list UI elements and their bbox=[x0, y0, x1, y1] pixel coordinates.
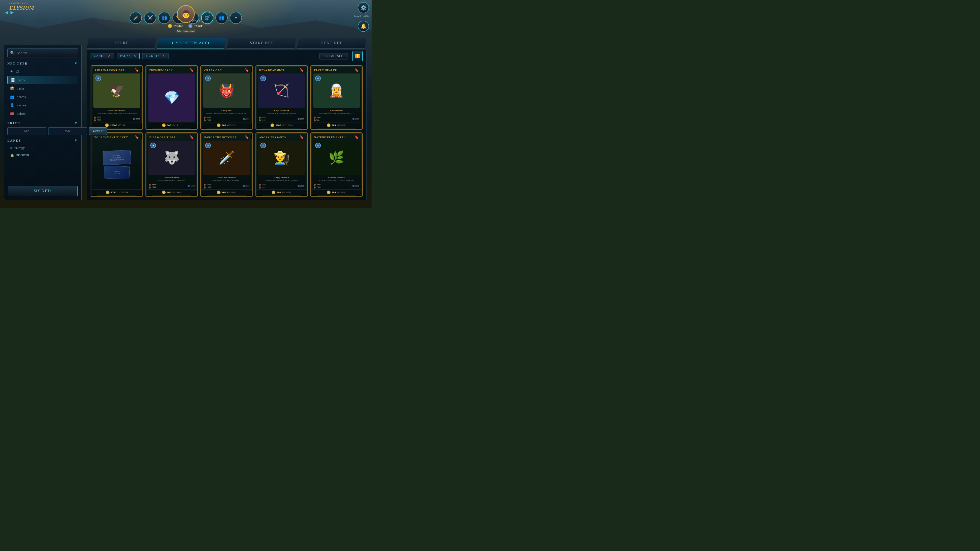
price-usd: ($426.08) bbox=[282, 191, 291, 194]
card-info: Elven Healer At the start of your turn: … bbox=[312, 108, 361, 116]
price-usd: ($426.08) bbox=[172, 191, 181, 194]
land-entropy[interactable]: ∞ entropy bbox=[7, 144, 78, 151]
card-title: Angry Peasants bbox=[259, 176, 304, 179]
card-inner: PREMIUM PACK 🔖 💎 900 ($426.11) bbox=[147, 67, 196, 128]
filter-boards[interactable]: 👥 boards bbox=[7, 93, 78, 101]
scroll-down-button[interactable]: ⏬ bbox=[352, 51, 363, 61]
cards-icon: 🃏 bbox=[11, 78, 15, 82]
chip-tickets-close[interactable]: ✕ bbox=[162, 54, 165, 58]
my-nfts-button[interactable]: MY NFTs bbox=[8, 186, 78, 196]
filter-packs[interactable]: 📦 packs bbox=[7, 84, 78, 92]
card-name: ANGRY PEASANTS bbox=[259, 136, 286, 139]
price-coin-icon bbox=[327, 191, 331, 194]
card-name: PREMIUM PACK bbox=[149, 69, 173, 72]
card-header: ASHA FALCONRIDER 🔖 bbox=[92, 67, 141, 73]
card-price-row: 900 ($426.08) bbox=[312, 122, 361, 128]
price-value: 900 bbox=[332, 124, 336, 127]
search-icon: 🔍 bbox=[10, 51, 14, 55]
card-header: BAROS THE BUTCHER 🔖 bbox=[202, 134, 251, 140]
card-header: ELVEN HEALER 🔖 bbox=[312, 67, 361, 73]
filter-chips-bar: CARDS ✕ PACKS ✕ TICKETS ✕ CLEAR ALL ⏬ bbox=[87, 50, 366, 62]
land-mountain[interactable]: ⛰️ mountain bbox=[7, 151, 78, 158]
price-value: 900 bbox=[167, 191, 171, 194]
price-coin-icon bbox=[272, 191, 275, 194]
card-5[interactable]: TOURNAMENT TICKET 🔖 Legendsof ElysiumTOU… bbox=[91, 132, 143, 197]
search-input[interactable] bbox=[17, 51, 75, 55]
filter-all[interactable]: ★ all bbox=[7, 68, 78, 76]
card-image: Legendsof ElysiumTOURNAMENT BATTLETICKET bbox=[94, 141, 140, 189]
card-name: DIREWOLF RIDER bbox=[149, 136, 176, 139]
tab-rent[interactable]: RENT NFT bbox=[297, 38, 367, 48]
price-usd: ($1712.63) bbox=[282, 124, 293, 127]
card-9[interactable]: NATURE ELEMENTAL 🔖 4 🌿 Nature Elemental … bbox=[310, 132, 363, 197]
chip-cards-close[interactable]: ✕ bbox=[108, 54, 111, 58]
filter-cards[interactable]: 🃏 cards bbox=[7, 76, 78, 84]
coin-icon bbox=[168, 24, 172, 28]
card-title: Asha Falconrider bbox=[94, 109, 140, 112]
card-4[interactable]: ELVEN HEALER 🔖 4 🧝 Elven Healer At the s… bbox=[310, 65, 363, 130]
nav-icons: 🗡️ ⚔️ 👥 🏆 👨 192348 523481 STORE M bbox=[130, 12, 242, 24]
card-0[interactable]: ASHA FALCONRIDER 🔖 6 🦅 Asha Falconrider … bbox=[91, 65, 143, 130]
card-3[interactable]: KEYA DEADSHOT 🔖 7 🏹 Keya Deadshot When p… bbox=[256, 65, 308, 130]
nav-people-icon[interactable]: 👥 bbox=[215, 12, 228, 24]
card-header: PREMIUM PACK 🔖 bbox=[147, 67, 196, 73]
card-7[interactable]: BAROS THE BUTCHER 🔖 5 🗡️ Baros the Butch… bbox=[200, 132, 253, 197]
logo-arrows: ◄► bbox=[4, 9, 15, 16]
price-coin-icon bbox=[106, 191, 110, 194]
filter-tickets[interactable]: 🎟️ tickets bbox=[7, 110, 78, 118]
price-title[interactable]: PRICE ▼ bbox=[7, 121, 78, 125]
max-price-input[interactable] bbox=[48, 127, 87, 135]
card-2[interactable]: CRAZY ORC 🔖 3 👹 Crazy Orc Ranged. When p… bbox=[200, 65, 253, 130]
lands-title[interactable]: LANDS ▼ bbox=[7, 138, 78, 143]
apply-button[interactable]: APPLY bbox=[89, 127, 107, 135]
card-inner: DIREWOLF RIDER 🔖 4 🐺 Direwolf Rider Can … bbox=[147, 134, 196, 195]
lands-section: LANDS ▼ ∞ entropy ⛰️ mountain bbox=[7, 138, 78, 158]
filter-avatars[interactable]: 👤 avatars bbox=[7, 101, 78, 109]
card-info: Keya Deadshot When played: kill 2 random… bbox=[257, 108, 306, 116]
store-label: STORE bbox=[191, 20, 201, 23]
card-image: 4 🌿 bbox=[313, 141, 360, 175]
card-inner: NATURE ELEMENTAL 🔖 4 🌿 Nature Elemental … bbox=[312, 134, 361, 195]
card-name: ELVEN HEALER bbox=[314, 69, 337, 72]
nft-type-title[interactable]: NFT TYPE ▼ bbox=[7, 62, 78, 65]
card-inner: ELVEN HEALER 🔖 4 🧝 Elven Healer At the s… bbox=[312, 67, 361, 128]
card-desc: Reduce attack of all adjacent units by 1… bbox=[204, 179, 249, 182]
price-coin-icon bbox=[217, 124, 221, 127]
currency-bar: 192348 523481 STORE bbox=[168, 24, 204, 28]
card-number: 6 bbox=[95, 76, 101, 81]
card-title: Direwolf Rider bbox=[149, 176, 194, 179]
price-value: 3200 bbox=[111, 191, 116, 194]
card-1[interactable]: PREMIUM PACK 🔖 💎 900 ($426.11) bbox=[145, 65, 198, 130]
card-number: 4 bbox=[315, 143, 321, 148]
chevron-down-icon: ▼ bbox=[74, 62, 78, 65]
card-stats: 1000 500 2000 bbox=[257, 183, 306, 189]
nav-fleur-icon[interactable]: ✦ bbox=[230, 12, 242, 24]
diamond-right-icon: ♦ bbox=[207, 41, 210, 45]
chip-cards: CARDS ✕ bbox=[91, 53, 114, 59]
price-value: 900 bbox=[167, 124, 171, 127]
tab-stake[interactable]: STAKE NFT bbox=[227, 38, 297, 48]
price-value: 800 bbox=[222, 124, 226, 127]
card-price-row: 3200 ($1712.63) bbox=[257, 122, 306, 128]
card-number: 4 bbox=[315, 76, 321, 81]
card-inner: ANGRY PEASANTS 🔖 1 👨‍🌾 Angry Peasants "P… bbox=[257, 134, 306, 195]
tab-marketplace[interactable]: ♦ MARKETPLACE ♦ bbox=[157, 38, 227, 48]
tab-store[interactable]: STORE bbox=[87, 38, 156, 48]
card-stats: 2000 1000 5000 bbox=[202, 183, 251, 189]
logo: ◄► LEGENDS OF ELYSIUM bbox=[3, 2, 33, 20]
card-info: Angry Peasants "Peasants fight; peasants… bbox=[257, 175, 306, 183]
card-6[interactable]: DIREWOLF RIDER 🔖 4 🐺 Direwolf Rider Can … bbox=[145, 132, 198, 197]
card-8[interactable]: ANGRY PEASANTS 🔖 1 👨‍🌾 Angry Peasants "P… bbox=[256, 132, 308, 197]
settings-button[interactable]: ⚙️ bbox=[358, 2, 369, 13]
card-title: Baros the Butcher bbox=[204, 176, 249, 179]
chip-packs-close[interactable]: ✕ bbox=[134, 54, 136, 58]
currency-2: 523481 bbox=[188, 24, 204, 28]
nav-sword-icon[interactable]: 🗡️ bbox=[130, 12, 142, 24]
nav-crossed-icon[interactable]: ⚔️ bbox=[144, 12, 156, 24]
clear-all-button[interactable]: CLEAR ALL bbox=[320, 53, 348, 59]
logo-text-top: LEGENDS OF bbox=[10, 2, 34, 5]
wallet-address: 0xac6...46De bbox=[354, 14, 369, 17]
notification-button[interactable]: 🔔 bbox=[358, 21, 369, 32]
card-info: Nature Elemental At the start of your tu… bbox=[312, 175, 361, 183]
min-price-input[interactable] bbox=[7, 127, 46, 135]
